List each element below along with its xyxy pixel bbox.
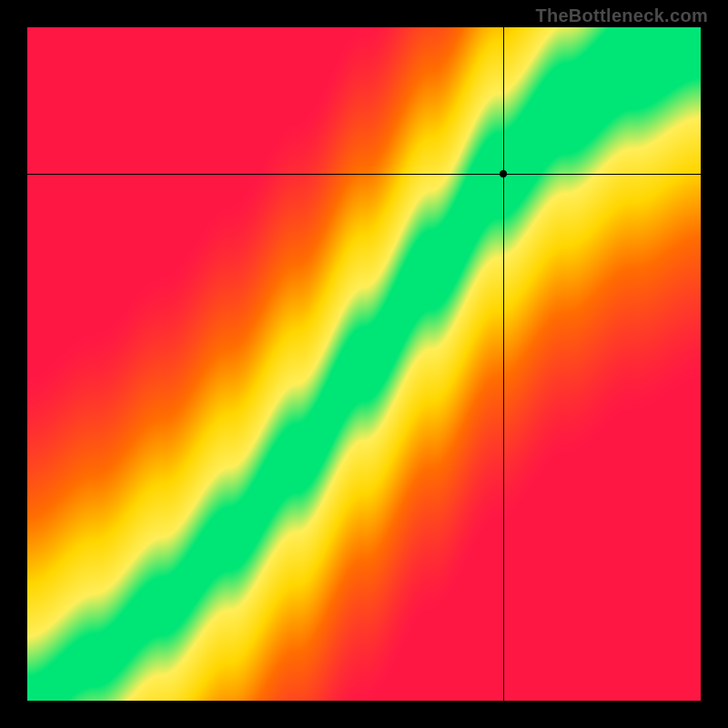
watermark-text: TheBottleneck.com [535, 5, 708, 26]
crosshair-horizontal [27, 174, 701, 175]
chart-container: TheBottleneck.com [0, 0, 728, 728]
data-point-marker [500, 170, 507, 177]
crosshair-vertical [503, 27, 504, 701]
plot-area [27, 27, 701, 701]
heatmap-canvas [27, 27, 701, 701]
